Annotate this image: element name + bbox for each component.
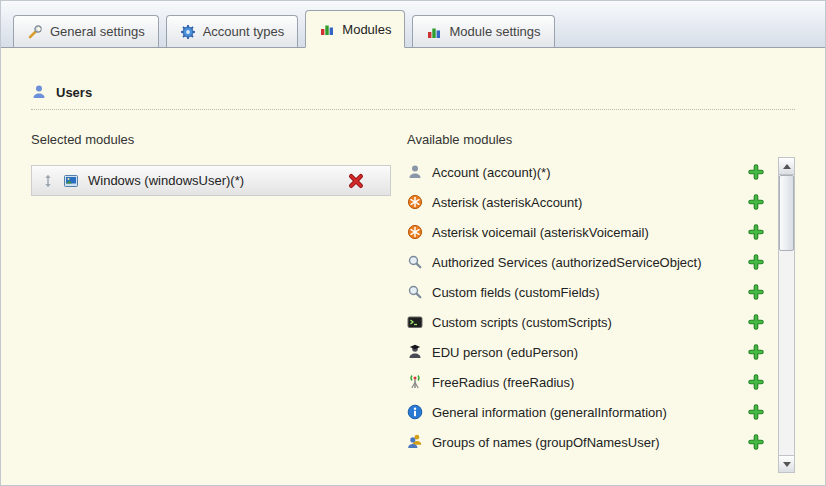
asterisk-voicemail-icon: [407, 224, 423, 240]
add-module-button[interactable]: [748, 224, 764, 240]
available-module-row: Custom fields (customFields): [407, 277, 770, 307]
modules-icon: [319, 21, 335, 37]
add-module-button[interactable]: [748, 194, 764, 210]
edu-person-icon: [407, 344, 423, 360]
module-settings-icon: [426, 24, 442, 40]
tab-bar: General settingsAccount typesModulesModu…: [1, 1, 825, 48]
add-module-button[interactable]: [748, 254, 764, 270]
module-label: Windows (windowsUser)(*): [88, 173, 244, 188]
available-module-row: Groups of names (groupOfNamesUser): [407, 427, 770, 457]
module-label: Custom fields (customFields): [432, 285, 600, 300]
user-icon: [31, 84, 47, 100]
module-label: Asterisk voicemail (asteriskVoicemail): [432, 225, 649, 240]
modules-panel: Users Selected modules Windows (windowsU…: [1, 84, 825, 473]
tab-account-types[interactable]: Account types: [166, 15, 299, 47]
available-module-row: General information (generalInformation): [407, 397, 770, 427]
freeradius-icon: [407, 374, 423, 390]
module-label: Custom scripts (customScripts): [432, 315, 612, 330]
add-icon: [748, 374, 764, 390]
available-modules-heading: Available modules: [407, 132, 795, 147]
available-modules-body: Account (account)(*)Asterisk (asteriskAc…: [407, 157, 795, 473]
available-module-row: EDU person (eduPerson): [407, 337, 770, 367]
magnifier-icon: [407, 254, 423, 270]
add-module-button[interactable]: [748, 314, 764, 330]
selected-modules-column: Selected modules Windows (windowsUser)(*…: [31, 126, 391, 473]
module-label: EDU person (eduPerson): [432, 345, 578, 360]
config-window: General settingsAccount typesModulesModu…: [0, 0, 826, 486]
module-columns: Selected modules Windows (windowsUser)(*…: [31, 126, 795, 473]
tab-module-settings[interactable]: Module settings: [412, 15, 554, 47]
scroll-down-icon: [783, 462, 791, 467]
tab-modules[interactable]: Modules: [305, 10, 405, 48]
add-icon: [748, 224, 764, 240]
module-label: General information (generalInformation): [432, 405, 667, 420]
module-label: Account (account)(*): [432, 165, 551, 180]
delete-icon: [348, 173, 364, 189]
tab-label: General settings: [50, 24, 145, 39]
selected-modules-list: Windows (windowsUser)(*): [31, 165, 391, 196]
add-icon: [748, 194, 764, 210]
wrench-icon: [27, 24, 43, 40]
add-module-button[interactable]: [748, 404, 764, 420]
add-icon: [748, 164, 764, 180]
scroll-up-button[interactable]: [779, 158, 794, 175]
section-title: Users: [56, 85, 92, 100]
add-module-button[interactable]: [748, 284, 764, 300]
selected-modules-heading: Selected modules: [31, 132, 391, 147]
tab-label: Modules: [342, 22, 391, 37]
module-label: Asterisk (asteriskAccount): [432, 195, 582, 210]
users-section-header: Users: [31, 84, 795, 110]
add-icon: [748, 284, 764, 300]
remove-module-button[interactable]: [348, 173, 364, 189]
module-label: FreeRadius (freeRadius): [432, 375, 574, 390]
add-module-button[interactable]: [748, 374, 764, 390]
available-module-row: Asterisk (asteriskAccount): [407, 187, 770, 217]
scrollbar-thumb[interactable]: [779, 175, 794, 251]
add-icon: [748, 254, 764, 270]
available-module-row: Custom scripts (customScripts): [407, 307, 770, 337]
account-icon: [407, 164, 423, 180]
scrollbar[interactable]: [778, 157, 795, 473]
add-icon: [748, 344, 764, 360]
script-icon: [407, 314, 423, 330]
available-module-row: Account (account)(*): [407, 157, 770, 187]
account-types-icon: [180, 24, 196, 40]
add-module-button[interactable]: [748, 164, 764, 180]
add-icon: [748, 314, 764, 330]
tab-label: Account types: [203, 24, 285, 39]
info-icon: [407, 404, 423, 420]
tab-label: Module settings: [449, 24, 540, 39]
scroll-down-button[interactable]: [779, 455, 794, 472]
scroll-up-icon: [783, 164, 791, 169]
available-modules-list: Account (account)(*)Asterisk (asteriskAc…: [407, 157, 770, 473]
available-module-row: FreeRadius (freeRadius): [407, 367, 770, 397]
asterisk-icon: [407, 194, 423, 210]
tab-general-settings[interactable]: General settings: [13, 15, 159, 47]
custom-fields-icon: [407, 284, 423, 300]
module-label: Authorized Services (authorizedServiceOb…: [432, 255, 702, 270]
available-module-row: Asterisk voicemail (asteriskVoicemail): [407, 217, 770, 247]
add-module-button[interactable]: [748, 434, 764, 450]
add-module-button[interactable]: [748, 344, 764, 360]
windows-icon: [63, 173, 79, 189]
drag-handle-icon: [42, 174, 54, 188]
add-icon: [748, 404, 764, 420]
module-label: Groups of names (groupOfNamesUser): [432, 435, 660, 450]
available-module-row: Authorized Services (authorizedServiceOb…: [407, 247, 770, 277]
add-icon: [748, 434, 764, 450]
group-icon: [407, 434, 423, 450]
selected-module-row[interactable]: Windows (windowsUser)(*): [31, 165, 391, 196]
available-modules-column: Available modules Account (account)(*)As…: [407, 126, 795, 473]
